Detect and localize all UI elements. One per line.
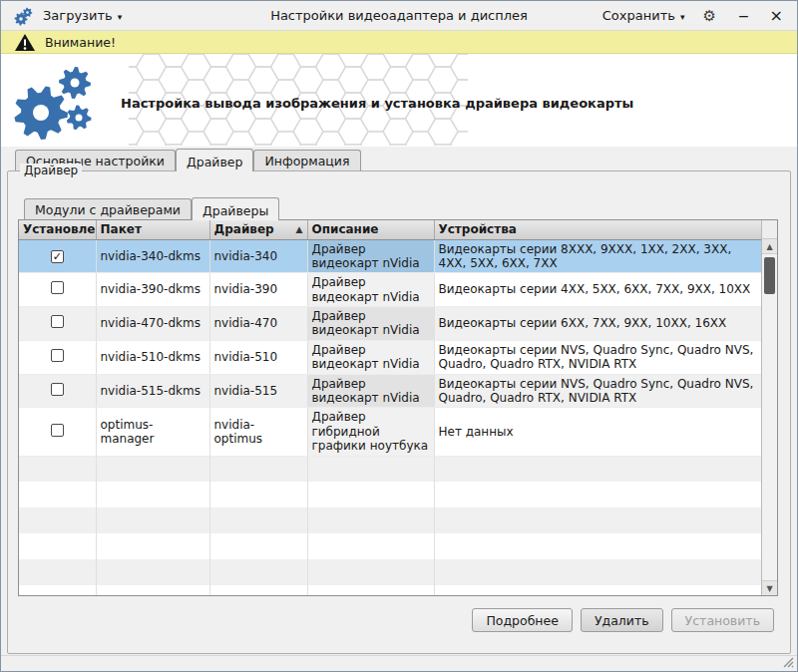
load-menu-label: Загрузить (43, 8, 113, 23)
empty-row (19, 507, 761, 533)
warning-text: Внимание! (45, 35, 116, 50)
devices-cell: Видеокарты серии 6XX, 7XX, 9XX, 10XX, 16… (434, 307, 761, 341)
table-row[interactable]: nvidia-515-dkmsnvidia-515Драйвер видеока… (19, 374, 761, 408)
column-header-installed[interactable]: Установлен (19, 220, 96, 239)
column-header-devices[interactable]: Устройства (434, 220, 761, 239)
table-row[interactable]: ✓nvidia-340-dkmsnvidia-340Драйвер видеок… (19, 239, 761, 273)
description-cell: Драйвер видеокарт nVidia (307, 273, 434, 307)
table-row[interactable]: nvidia-470-dkmsnvidia-470Драйвер видеока… (19, 307, 761, 341)
column-header-driver[interactable]: Драйвер▲ (209, 220, 307, 239)
tab-information[interactable]: Информация (253, 150, 360, 170)
devices-cell: Видеокарты серии NVS, Quadro Sync, Quadr… (434, 340, 761, 374)
column-header-description[interactable]: Описание (307, 220, 434, 239)
load-menu-button[interactable]: Загрузить ▾ (43, 8, 122, 23)
install-button[interactable]: Установить (671, 608, 774, 632)
package-cell: nvidia-390-dkms (96, 273, 209, 307)
devices-cell: Видеокарты серии 4XX, 5XX, 6XX, 7XX, 9XX… (434, 273, 761, 307)
groupbox-label: Драйвер (20, 164, 82, 177)
installed-cell (19, 340, 96, 374)
driver-cell: nvidia-390 (209, 273, 307, 307)
close-button[interactable]: × (770, 6, 783, 25)
description-cell: Драйвер видеокарт nVidia (307, 340, 434, 374)
installed-checkbox[interactable] (51, 315, 64, 328)
description-cell: Драйвер видеокарт nVidia (307, 239, 434, 273)
details-button[interactable]: Подробнее (472, 608, 573, 632)
description-cell: Драйвер гибридной графики ноутбука (307, 408, 434, 456)
sort-asc-icon: ▲ (296, 224, 303, 234)
driver-cell: nvidia-470 (209, 307, 307, 341)
empty-row (19, 533, 761, 559)
chevron-down-icon: ▾ (118, 12, 123, 22)
package-cell: nvidia-340-dkms (96, 239, 209, 273)
column-label: Устройства (439, 222, 517, 236)
table-body: ✓nvidia-340-dkmsnvidia-340Драйвер видеок… (19, 239, 761, 596)
drivers-table: УстановленПакетДрайвер▲ОписаниеУстройств… (19, 220, 761, 596)
titlebar: Загрузить ▾ Настройки видеоадаптера и ди… (1, 1, 797, 31)
action-buttons: Подробнее Удалить Установить (472, 608, 774, 632)
devices-cell: Нет данных (434, 408, 761, 456)
statusbar (1, 655, 797, 671)
package-cell: nvidia-515-dkms (96, 374, 209, 408)
package-cell: optimus-manager (96, 408, 209, 456)
column-label: Пакет (101, 222, 142, 236)
driver-cell: nvidia-optimus (209, 408, 307, 456)
package-cell: nvidia-470-dkms (96, 307, 209, 341)
column-label: Драйвер (214, 222, 274, 236)
warning-icon (14, 33, 36, 52)
description-cell: Драйвер видеокарт nVidia (307, 307, 434, 341)
driver-subtabs: Модули с драйверами Драйверы (24, 196, 279, 220)
header-banner: Настройка вывода изображения и установка… (1, 54, 797, 147)
column-header-package[interactable]: Пакет (96, 220, 209, 239)
devices-cell: Видеокарты серии 8XXX, 9XXX, 1XX, 2XX, 3… (434, 239, 761, 273)
driver-cell: nvidia-510 (209, 340, 307, 374)
devices-cell: Видеокарты серии NVS, Quadro Sync, Quadr… (434, 374, 761, 408)
installed-checkbox[interactable] (51, 349, 64, 362)
column-label: Установлен (23, 222, 96, 236)
settings-gear-button[interactable]: ⚙ (702, 7, 715, 25)
driver-cell: nvidia-340 (209, 239, 307, 273)
tab-driver-modules[interactable]: Модули с драйверами (24, 198, 192, 219)
drivers-table-container: УстановленПакетДрайвер▲ОписаниеУстройств… (18, 219, 778, 596)
table-header-row: УстановленПакетДрайвер▲ОписаниеУстройств… (19, 220, 761, 239)
scroll-up-button[interactable]: ▲ (762, 239, 777, 254)
gears-logo-icon (11, 66, 103, 142)
warning-banner: Внимание! (1, 31, 797, 54)
column-label: Описание (312, 222, 379, 236)
tab-driver[interactable]: Драйвер (176, 149, 253, 171)
save-menu-button[interactable]: Сохранить ▾ (602, 8, 685, 23)
table-row[interactable]: optimus-managernvidia-optimusДрайвер гиб… (19, 408, 761, 456)
remove-button[interactable]: Удалить (581, 608, 663, 632)
installed-cell (19, 273, 96, 307)
header-title: Настройка вывода изображения и установка… (121, 96, 633, 111)
driver-groupbox: Драйвер Модули с драйверами Драйверы Уст… (7, 170, 791, 654)
chevron-down-icon: ▾ (680, 12, 685, 22)
scroll-down-button[interactable]: ▼ (762, 580, 777, 595)
installed-cell (19, 307, 96, 341)
installed-checkbox[interactable] (51, 383, 64, 396)
description-cell: Драйвер видеокарт nVidia (307, 374, 434, 408)
installed-cell: ✓ (19, 239, 96, 273)
resize-grip[interactable] (782, 656, 795, 669)
app-gears-icon (13, 6, 33, 26)
empty-row (19, 482, 761, 507)
table-row[interactable]: nvidia-510-dkmsnvidia-510Драйвер видеока… (19, 340, 761, 374)
vertical-scrollbar[interactable]: ▲ ▼ (761, 220, 777, 595)
package-cell: nvidia-510-dkms (96, 340, 209, 374)
empty-row (19, 585, 761, 596)
installed-checkbox[interactable]: ✓ (51, 250, 64, 263)
app-window: Загрузить ▾ Настройки видеоадаптера и ди… (0, 0, 798, 672)
empty-row (19, 559, 761, 585)
driver-cell: nvidia-515 (209, 374, 307, 408)
scrollbar-corner (762, 220, 777, 239)
table-row[interactable]: nvidia-390-dkmsnvidia-390Драйвер видеока… (19, 273, 761, 307)
installed-cell (19, 408, 96, 456)
minimize-button[interactable]: − (738, 8, 750, 24)
empty-row (19, 456, 761, 482)
scrollbar-thumb[interactable] (764, 257, 775, 294)
installed-checkbox[interactable] (51, 424, 64, 437)
installed-checkbox[interactable] (51, 281, 64, 294)
installed-cell (19, 374, 96, 408)
tab-drivers[interactable]: Драйверы (192, 197, 279, 220)
save-menu-label: Сохранить (602, 8, 675, 23)
